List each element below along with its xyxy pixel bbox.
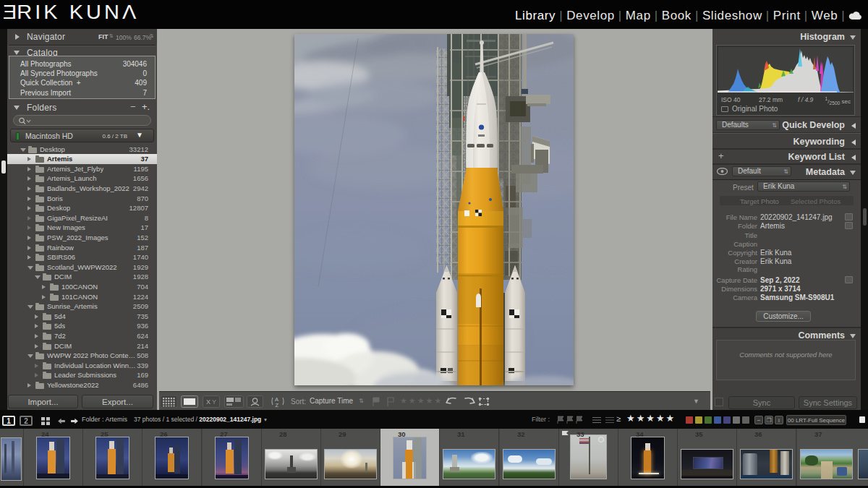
- svg-text:Y: Y: [212, 398, 216, 406]
- svg-text:X: X: [206, 398, 210, 406]
- svg-text:Z: Z: [276, 402, 279, 408]
